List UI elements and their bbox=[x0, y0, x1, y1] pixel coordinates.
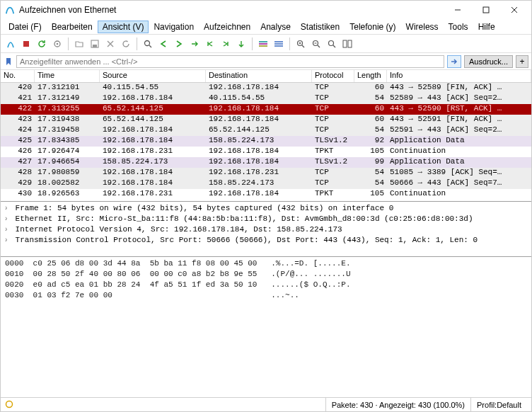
svg-rect-8 bbox=[93, 45, 97, 47]
svg-line-2 bbox=[511, 7, 517, 13]
expression-button[interactable]: Ausdruck... bbox=[464, 55, 513, 68]
window-title: Aufzeichnen von Ethernet bbox=[19, 5, 444, 15]
menu-item[interactable]: Analyse bbox=[255, 21, 296, 33]
toggle-list-button[interactable] bbox=[272, 37, 286, 51]
packet-row[interactable]: 42517.834385192.168.178.184158.85.224.17… bbox=[1, 136, 531, 147]
close-file-button[interactable] bbox=[103, 37, 117, 51]
svg-rect-13 bbox=[259, 41, 267, 42]
menu-item[interactable]: Wireless bbox=[401, 21, 444, 33]
status-bar: Pakete: 430 · Angezeigt: 430 (100.0%) Pr… bbox=[1, 397, 531, 411]
svg-line-12 bbox=[149, 45, 151, 47]
filter-bar: Ausdruck... + bbox=[1, 53, 531, 70]
svg-rect-28 bbox=[343, 40, 347, 47]
tree-item[interactable]: Ethernet II, Src: Micro-St_ba:11:f8 (44:… bbox=[4, 214, 528, 224]
go-back-button[interactable] bbox=[156, 37, 170, 51]
menu-item[interactable]: Ansicht (V) bbox=[98, 21, 149, 33]
packet-row[interactable]: 42117.312149192.168.178.18440.115.54.55T… bbox=[1, 93, 531, 104]
packet-row[interactable]: 43018.926563192.168.178.231192.168.178.1… bbox=[1, 189, 531, 200]
packet-row[interactable]: 42717.946654158.85.224.173192.168.178.18… bbox=[1, 157, 531, 168]
packet-list-pane: No. Time Source Destination Protocol Len… bbox=[1, 70, 531, 202]
menu-item[interactable]: Datei (F) bbox=[4, 21, 47, 33]
go-last-button[interactable] bbox=[219, 37, 233, 51]
packet-list-header[interactable]: No. Time Source Destination Protocol Len… bbox=[1, 70, 531, 83]
toolbar bbox=[1, 35, 531, 53]
menu-item[interactable]: Bearbeiten bbox=[47, 21, 98, 33]
restart-capture-button[interactable] bbox=[35, 37, 49, 51]
zoom-out-button[interactable] bbox=[309, 37, 323, 51]
column-info[interactable]: Info bbox=[387, 70, 531, 82]
start-capture-button[interactable] bbox=[4, 37, 18, 51]
maximize-button[interactable] bbox=[472, 1, 500, 18]
toolbar-separator bbox=[137, 38, 137, 50]
menu-item[interactable]: Navigation bbox=[149, 21, 199, 33]
svg-point-30 bbox=[6, 401, 13, 407]
column-destination[interactable]: Destination bbox=[206, 70, 312, 82]
hex-line[interactable]: 0010 00 28 50 2f 40 00 80 06 00 00 c0 a8… bbox=[5, 269, 527, 280]
save-file-button[interactable] bbox=[88, 37, 102, 51]
svg-rect-29 bbox=[348, 40, 352, 47]
tree-item[interactable]: Internet Protocol Version 4, Src: 192.16… bbox=[4, 224, 528, 235]
packet-details-pane[interactable]: Frame 1: 54 bytes on wire (432 bits), 54… bbox=[1, 202, 531, 257]
packet-row[interactable]: 42217.31325565.52.144.125192.168.178.184… bbox=[1, 104, 531, 115]
svg-point-11 bbox=[145, 40, 150, 45]
stop-capture-button[interactable] bbox=[19, 37, 33, 51]
svg-line-27 bbox=[333, 45, 335, 47]
reload-button[interactable] bbox=[119, 37, 133, 51]
column-length[interactable]: Length bbox=[354, 70, 387, 82]
status-icon[interactable] bbox=[5, 400, 13, 410]
toolbar-separator bbox=[68, 38, 69, 50]
column-no[interactable]: No. bbox=[1, 70, 35, 82]
svg-rect-1 bbox=[483, 7, 489, 13]
resize-columns-button[interactable] bbox=[340, 37, 354, 51]
titlebar: Aufzeichnen von Ethernet bbox=[1, 1, 531, 19]
go-forward-button[interactable] bbox=[172, 37, 186, 51]
svg-line-20 bbox=[302, 45, 304, 47]
apply-filter-button[interactable] bbox=[447, 55, 461, 68]
capture-options-button[interactable] bbox=[50, 37, 64, 51]
column-protocol[interactable]: Protocol bbox=[312, 70, 354, 82]
menu-item[interactable]: Tools bbox=[444, 21, 473, 33]
menubar: Datei (F)BearbeitenAnsicht (V)Navigation… bbox=[1, 19, 531, 35]
close-button[interactable] bbox=[500, 1, 528, 18]
menu-item[interactable]: Statistiken bbox=[296, 21, 345, 33]
toolbar-separator bbox=[289, 38, 290, 50]
bookmark-icon[interactable] bbox=[4, 57, 13, 67]
menu-item[interactable]: Aufzeichnen bbox=[199, 21, 255, 33]
svg-point-26 bbox=[329, 40, 334, 45]
menu-item[interactable]: Hilfe bbox=[473, 21, 500, 33]
tree-item[interactable]: Transmission Control Protocol, Src Port:… bbox=[4, 235, 528, 246]
packet-bytes-pane[interactable]: 0000 c0 25 06 d8 00 3d 44 8a 5b ba 11 f8… bbox=[1, 257, 531, 397]
packet-row[interactable]: 42317.31943865.52.144.125192.168.178.184… bbox=[1, 115, 531, 125]
svg-rect-15 bbox=[259, 45, 267, 47]
go-to-packet-button[interactable] bbox=[187, 37, 202, 51]
packet-row[interactable]: 42417.319458192.168.178.18465.52.144.125… bbox=[1, 125, 531, 136]
svg-line-24 bbox=[318, 45, 320, 47]
hex-line[interactable]: 0030 01 03 f2 7e 00 00 ...~.. bbox=[5, 290, 527, 301]
hex-line[interactable]: 0020 e0 ad c5 ea 01 bb 28 24 4f a5 51 1f… bbox=[5, 280, 527, 290]
colorize-button[interactable] bbox=[256, 37, 270, 51]
open-file-button[interactable] bbox=[72, 37, 86, 51]
packet-row[interactable]: 42617.926474192.168.178.231192.168.178.1… bbox=[1, 147, 531, 157]
hex-line[interactable]: 0000 c0 25 06 d8 00 3d 44 8a 5b ba 11 f8… bbox=[5, 258, 527, 269]
find-packet-button[interactable] bbox=[141, 37, 155, 51]
auto-scroll-button[interactable] bbox=[234, 37, 248, 51]
column-time[interactable]: Time bbox=[35, 70, 100, 82]
tree-item[interactable]: Frame 1: 54 bytes on wire (432 bits), 54… bbox=[4, 203, 528, 214]
column-source[interactable]: Source bbox=[100, 70, 206, 82]
menu-item[interactable]: Telefonie (y) bbox=[345, 21, 400, 33]
packet-row[interactable]: 42918.002582192.168.178.184158.85.224.17… bbox=[1, 178, 531, 189]
zoom-reset-button[interactable] bbox=[325, 37, 339, 51]
svg-line-3 bbox=[511, 7, 517, 13]
status-packets: Pakete: 430 · Angezeigt: 430 (100.0%) bbox=[325, 398, 470, 411]
packet-list-body[interactable]: 42017.31210140.115.54.55192.168.178.184T… bbox=[1, 83, 531, 201]
minimize-button[interactable] bbox=[444, 1, 472, 18]
display-filter-input[interactable] bbox=[16, 55, 444, 68]
status-profile[interactable]: Profil:Default bbox=[470, 398, 527, 411]
packet-row[interactable]: 42017.31210140.115.54.55192.168.178.184T… bbox=[1, 83, 531, 93]
svg-point-6 bbox=[57, 42, 59, 45]
go-first-button[interactable] bbox=[203, 37, 217, 51]
packet-row[interactable]: 42817.980859192.168.178.184192.168.178.2… bbox=[1, 168, 531, 178]
add-filter-button[interactable]: + bbox=[516, 55, 528, 68]
zoom-in-button[interactable] bbox=[294, 37, 308, 51]
app-icon bbox=[5, 5, 15, 15]
